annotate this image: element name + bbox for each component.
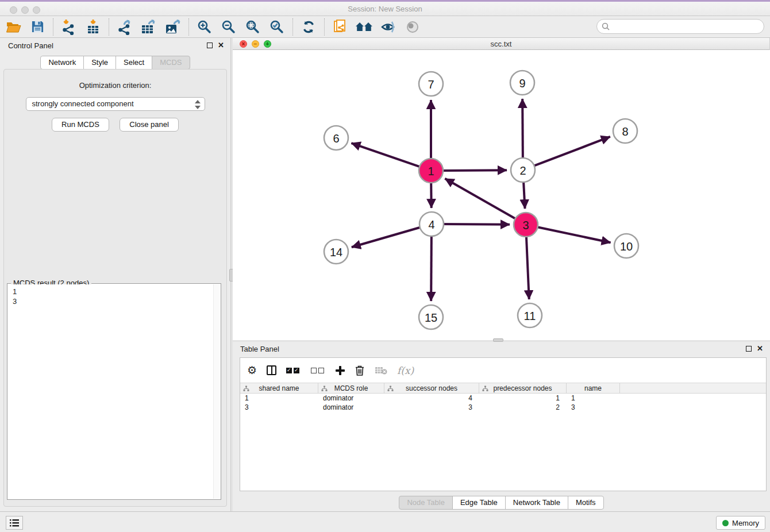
float-table-panel-icon[interactable] bbox=[746, 346, 752, 352]
memory-button[interactable]: Memory bbox=[716, 516, 765, 530]
graph-node-2[interactable]: 2 bbox=[511, 158, 535, 182]
graph-node-14[interactable]: 14 bbox=[324, 240, 348, 264]
graph-edge-2-3[interactable] bbox=[523, 180, 525, 209]
home-networks-icon[interactable] bbox=[355, 18, 374, 36]
tab-edge-table[interactable]: Edge Table bbox=[452, 496, 506, 510]
mcds-result-list[interactable]: 13 bbox=[8, 284, 213, 499]
column-header-shared-name[interactable]: shared name bbox=[240, 383, 318, 393]
network-canvas[interactable]: 7968124310141511 bbox=[233, 50, 770, 340]
table-cell[interactable]: 2 bbox=[479, 403, 567, 412]
svg-text:2: 2 bbox=[519, 164, 526, 177]
add-column-icon[interactable] bbox=[336, 364, 345, 377]
zoom-selected-icon[interactable] bbox=[267, 18, 287, 36]
refresh-layout-icon[interactable] bbox=[299, 18, 318, 36]
graph-edge-1-2[interactable] bbox=[441, 170, 507, 171]
delete-column-trash-icon[interactable] bbox=[355, 364, 365, 377]
graph-edge-4-14[interactable] bbox=[352, 227, 422, 248]
save-session-icon[interactable] bbox=[28, 18, 47, 36]
graph-edge-4-15[interactable] bbox=[431, 234, 432, 301]
graph-node-4[interactable]: 4 bbox=[419, 212, 444, 236]
titlebar: Session: New Session bbox=[0, 2, 770, 16]
graph-node-15[interactable]: 15 bbox=[419, 305, 443, 329]
graph-node-9[interactable]: 9 bbox=[510, 71, 534, 95]
table-cell[interactable]: 4 bbox=[384, 394, 479, 403]
show-columns-icon[interactable] bbox=[267, 364, 276, 377]
zoom-out-icon[interactable] bbox=[219, 18, 238, 36]
zoom-fit-icon[interactable] bbox=[243, 18, 263, 36]
table-cell[interactable]: 3 bbox=[567, 403, 620, 412]
graph-node-1[interactable]: 1 bbox=[419, 159, 443, 183]
open-session-icon[interactable] bbox=[3, 18, 23, 36]
graph-edge-3-1[interactable] bbox=[445, 179, 517, 220]
tab-network[interactable]: Network bbox=[40, 56, 84, 70]
graph-edge-1-6[interactable] bbox=[351, 143, 421, 167]
export-image-icon[interactable] bbox=[163, 18, 183, 36]
ui-console-button[interactable] bbox=[6, 516, 23, 530]
tab-network-table[interactable]: Network Table bbox=[505, 496, 568, 510]
graph-node-6[interactable]: 6 bbox=[324, 126, 348, 150]
float-panel-icon[interactable] bbox=[207, 43, 213, 48]
table-body: 1dominator4113dominator323 bbox=[240, 394, 766, 412]
application-window: Session: New Session bbox=[0, 0, 770, 532]
table-cell[interactable]: 3 bbox=[384, 403, 479, 412]
mcds-result-item[interactable]: 3 bbox=[13, 296, 213, 306]
tab-node-table[interactable]: Node Table bbox=[399, 496, 453, 510]
column-header-name[interactable]: name bbox=[567, 383, 620, 393]
zoom-in-icon[interactable] bbox=[195, 18, 214, 36]
graph-node-10[interactable]: 10 bbox=[614, 234, 638, 258]
tab-select[interactable]: Select bbox=[116, 56, 152, 70]
deselect-all-icon[interactable] bbox=[311, 364, 326, 377]
graph-edge-1-4[interactable] bbox=[431, 180, 432, 208]
dropdown-stepper-icon bbox=[194, 99, 201, 110]
tab-mcds[interactable]: MCDS bbox=[152, 56, 190, 70]
graph-edge-2-9[interactable] bbox=[522, 99, 523, 160]
search-icon bbox=[602, 22, 610, 31]
column-header-successor-nodes[interactable]: successor nodes bbox=[384, 383, 479, 393]
table-cell[interactable]: dominator bbox=[318, 403, 384, 412]
table-cell[interactable]: 1 bbox=[479, 394, 567, 403]
criterion-dropdown[interactable]: strongly connected component bbox=[26, 97, 205, 111]
table-cell[interactable]: 1 bbox=[567, 394, 620, 403]
graph-edge-3-11[interactable] bbox=[526, 234, 529, 299]
graph-node-7[interactable]: 7 bbox=[419, 72, 443, 96]
tab-motifs[interactable]: Motifs bbox=[568, 496, 604, 510]
search-input[interactable] bbox=[596, 19, 764, 34]
export-network-icon[interactable] bbox=[115, 18, 134, 36]
network-view-window: × − + scc.txt 7968124310141511 bbox=[233, 38, 770, 340]
table-panel-tabs: Node TableEdge TableNetwork TableMotifs bbox=[233, 496, 770, 510]
hide-panels-eye-icon[interactable] bbox=[379, 18, 398, 36]
graph-node-3[interactable]: 3 bbox=[514, 213, 538, 237]
main-toolbar bbox=[0, 16, 770, 38]
table-row[interactable]: 3dominator323 bbox=[240, 403, 766, 412]
column-header-MCDS-role[interactable]: MCDS role bbox=[318, 383, 384, 393]
table-cell[interactable]: 3 bbox=[240, 403, 318, 412]
table-settings-gear-icon[interactable]: ⚙ bbox=[247, 364, 257, 377]
mcds-result-item[interactable]: 1 bbox=[13, 287, 213, 296]
import-table-icon[interactable] bbox=[83, 18, 103, 36]
graph-edge-2-8[interactable] bbox=[532, 137, 610, 167]
close-panel-button[interactable]: Close panel bbox=[120, 118, 179, 132]
graph-edge-4-3[interactable] bbox=[441, 224, 510, 225]
graph-node-11[interactable]: 11 bbox=[518, 303, 542, 327]
import-network-icon[interactable] bbox=[59, 18, 79, 36]
table-cell[interactable]: 1 bbox=[240, 394, 318, 403]
graph-node-8[interactable]: 8 bbox=[613, 119, 637, 143]
table-cell[interactable]: dominator bbox=[318, 394, 384, 403]
column-header-predecessor-nodes[interactable]: predecessor nodes bbox=[479, 383, 567, 393]
result-scrollbar[interactable] bbox=[213, 284, 220, 499]
inactive-eye-icon bbox=[403, 18, 422, 36]
close-table-panel-icon[interactable]: ✕ bbox=[757, 344, 763, 353]
memory-button-label: Memory bbox=[732, 519, 759, 527]
close-panel-icon[interactable]: ✕ bbox=[218, 41, 224, 49]
run-mcds-button[interactable]: Run MCDS bbox=[52, 118, 109, 132]
tab-style[interactable]: Style bbox=[83, 56, 116, 70]
control-panel-header: Control Panel ✕ bbox=[0, 38, 230, 54]
select-all-icon[interactable] bbox=[286, 364, 301, 377]
graph-edge-3-10[interactable] bbox=[536, 227, 611, 243]
list-icon bbox=[10, 519, 19, 527]
export-table-icon[interactable] bbox=[139, 18, 159, 36]
control-panel-title: Control Panel bbox=[8, 41, 53, 50]
table-row[interactable]: 1dominator411 bbox=[240, 394, 766, 403]
table-header-row: shared nameMCDS rolesuccessor nodesprede… bbox=[240, 383, 766, 394]
new-network-from-file-icon[interactable] bbox=[330, 18, 350, 36]
